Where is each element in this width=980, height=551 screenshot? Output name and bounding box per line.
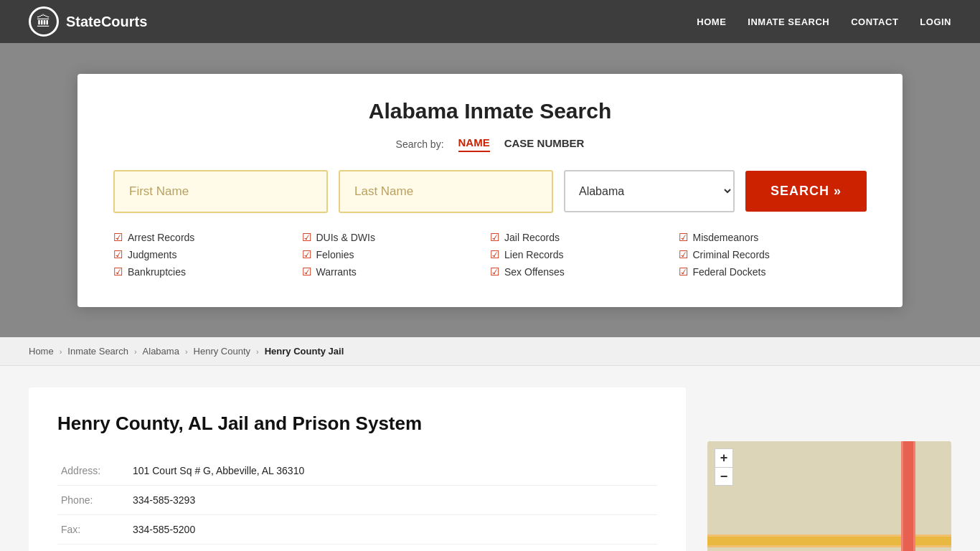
feature-label: Sex Offenses	[504, 266, 565, 278]
feature-judgments: ☑ Judgments	[113, 248, 302, 261]
phone-value: 334-585-3293	[129, 486, 657, 515]
feature-warrants: ☑ Warrants	[302, 265, 491, 278]
check-icon: ☑	[302, 265, 311, 278]
hero-section: COURTHOUSE Alabama Inmate Search Search …	[0, 43, 980, 337]
logo-icon: 🏛	[29, 6, 59, 37]
search-card: Alabama Inmate Search Search by: NAME CA…	[77, 74, 903, 307]
breadcrumb: Home › Inmate Search › Alabama › Henry C…	[0, 337, 980, 366]
feature-label: Felonies	[316, 249, 354, 260]
feature-misdemeanors: ☑ Misdemeanors	[679, 231, 867, 244]
address-label: Address:	[57, 456, 129, 486]
breadcrumb-henry-county[interactable]: Henry County	[194, 346, 250, 357]
website-label: Website:	[57, 545, 129, 552]
nav-login[interactable]: LOGIN	[920, 17, 951, 27]
svg-rect-5	[707, 441, 901, 534]
logo[interactable]: 🏛 StateCourts	[29, 6, 147, 37]
check-icon: ☑	[679, 248, 688, 261]
feature-federal-dockets: ☑ Federal Dockets	[679, 265, 867, 278]
website-value: https://www.henrycountysheriffsoffice.or…	[129, 545, 657, 552]
fax-row: Fax: 334-585-5200	[57, 515, 657, 545]
breadcrumb-sep: ›	[256, 347, 259, 356]
breadcrumb-home[interactable]: Home	[29, 346, 54, 357]
feature-label: Bankruptcies	[128, 266, 186, 278]
svg-rect-4	[903, 441, 913, 551]
facility-card: Henry County, AL Jail and Prison System …	[29, 387, 686, 551]
check-icon: ☑	[679, 231, 688, 244]
search-inputs: Alabama Alaska Arizona Arkansas Californ…	[113, 170, 867, 213]
feature-label: Misdemeanors	[693, 232, 759, 243]
fax-value: 334-585-5200	[129, 515, 657, 545]
map-container: + −	[707, 441, 951, 551]
feature-label: Jail Records	[504, 232, 560, 243]
breadcrumb-sep: ›	[185, 347, 188, 356]
check-icon: ☑	[490, 231, 499, 244]
feature-label: Arrest Records	[128, 232, 194, 243]
phone-label: Phone:	[57, 486, 129, 515]
logo-text: StateCourts	[66, 14, 147, 30]
nav-home[interactable]: HOME	[697, 17, 726, 27]
feature-label: Federal Dockets	[693, 266, 766, 278]
check-icon: ☑	[302, 248, 311, 261]
search-by-label: Search by:	[396, 138, 444, 150]
nav-inmate-search[interactable]: INMATE SEARCH	[748, 17, 829, 27]
search-by-row: Search by: NAME CASE NUMBER	[113, 136, 867, 152]
fax-label: Fax:	[57, 515, 129, 545]
facility-info-table: Address: 101 Court Sq # G, Abbeville, AL…	[57, 456, 657, 551]
breadcrumb-sep: ›	[134, 347, 137, 356]
feature-duis: ☑ DUIs & DWIs	[302, 231, 491, 244]
breadcrumb-inmate-search[interactable]: Inmate Search	[67, 346, 128, 357]
map-controls: + −	[715, 448, 733, 486]
tab-name[interactable]: NAME	[458, 136, 490, 152]
phone-row: Phone: 334-585-3293	[57, 486, 657, 515]
feature-label: Warrants	[316, 266, 357, 278]
address-value: 101 Court Sq # G, Abbeville, AL 36310	[129, 456, 657, 486]
feature-lien-records: ☑ Lien Records	[490, 248, 679, 261]
breadcrumb-current: Henry County Jail	[265, 346, 344, 357]
facility-title: Henry County, AL Jail and Prison System	[57, 413, 657, 435]
tab-case-number[interactable]: CASE NUMBER	[504, 137, 585, 151]
check-icon: ☑	[113, 265, 123, 278]
feature-label: Criminal Records	[693, 249, 770, 260]
breadcrumb-sep: ›	[60, 347, 62, 356]
address-row: Address: 101 Court Sq # G, Abbeville, AL…	[57, 456, 657, 486]
feature-sex-offenses: ☑ Sex Offenses	[490, 265, 679, 278]
map-zoom-out[interactable]: −	[715, 467, 733, 486]
feature-bankruptcies: ☑ Bankruptcies	[113, 265, 302, 278]
map-image	[707, 441, 951, 551]
check-icon: ☑	[679, 265, 688, 278]
features-grid: ☑ Arrest Records ☑ DUIs & DWIs ☑ Jail Re…	[113, 231, 867, 278]
feature-label: Lien Records	[504, 249, 564, 260]
breadcrumb-alabama[interactable]: Alabama	[143, 346, 179, 357]
feature-label: Judgments	[128, 249, 176, 260]
nav-contact[interactable]: CONTACT	[851, 17, 898, 27]
svg-rect-7	[915, 441, 951, 534]
site-header: 🏛 StateCourts HOME INMATE SEARCH CONTACT…	[0, 0, 980, 43]
state-select[interactable]: Alabama Alaska Arizona Arkansas Californ…	[564, 170, 735, 212]
search-button[interactable]: SEARCH »	[745, 171, 867, 212]
check-icon: ☑	[490, 248, 499, 261]
feature-criminal-records: ☑ Criminal Records	[679, 248, 867, 261]
feature-felonies: ☑ Felonies	[302, 248, 491, 261]
first-name-input[interactable]	[113, 170, 328, 213]
feature-jail-records: ☑ Jail Records	[490, 231, 679, 244]
check-icon: ☑	[302, 231, 311, 244]
feature-label: DUIs & DWIs	[316, 232, 375, 243]
svg-rect-8	[915, 547, 951, 551]
map-zoom-in[interactable]: +	[715, 448, 733, 467]
check-icon: ☑	[113, 231, 123, 244]
last-name-input[interactable]	[339, 170, 553, 213]
search-title: Alabama Inmate Search	[113, 99, 867, 123]
website-row: Website: https://www.henrycountysheriffs…	[57, 545, 657, 552]
main-nav: HOME INMATE SEARCH CONTACT LOGIN	[697, 17, 951, 27]
svg-rect-6	[707, 547, 901, 551]
check-icon: ☑	[113, 248, 123, 261]
feature-arrest-records: ☑ Arrest Records	[113, 231, 302, 244]
check-icon: ☑	[490, 265, 499, 278]
main-content: Henry County, AL Jail and Prison System …	[0, 366, 980, 551]
